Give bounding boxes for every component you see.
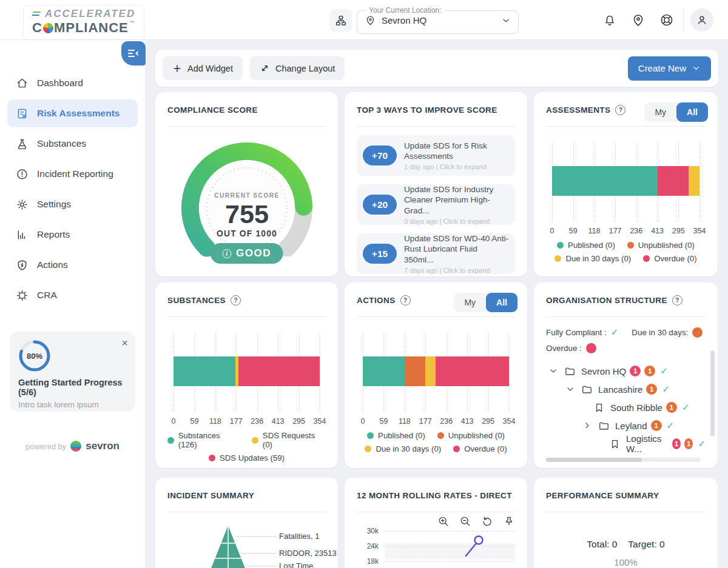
help-icon[interactable]: ?: [400, 295, 411, 306]
change-layout-button[interactable]: Change Layout: [250, 56, 345, 80]
locations-button[interactable]: [631, 13, 645, 27]
notifications-button[interactable]: [602, 13, 617, 27]
performance-summary-card: PERFORMANCE SUMMARY Total: 0 Target: 0 1…: [534, 478, 718, 568]
incident-pyramid-chart: Fatalities, 1 RIDDOR, 23513 Lost Time,: [167, 517, 326, 568]
substances-card: SUBSTANCES ? 059118177236413295354 Subst…: [155, 282, 338, 468]
help-icon[interactable]: ?: [231, 295, 241, 306]
toggle-my[interactable]: My: [644, 102, 676, 122]
bar-segment-sds-updates: [238, 356, 320, 386]
home-icon: [16, 77, 29, 90]
score-out-of: OUT OF 1000: [217, 229, 277, 238]
tree-node-south-ribble[interactable]: South Ribble 1 ✓: [546, 398, 706, 416]
progress-subtitle: Intro task lorem ipsum: [18, 400, 127, 409]
due-badge: 1: [646, 384, 657, 395]
legend-item: Substances (126): [167, 431, 240, 449]
shield-bolt-icon: [16, 259, 29, 272]
check-icon: ✓: [660, 366, 668, 376]
help-icon[interactable]: ?: [615, 105, 625, 115]
powered-by: powered by sevron: [0, 440, 145, 452]
card-title: ORGANISATION STRUCTURE: [546, 296, 667, 305]
pyramid-label: Fatalities, 1: [279, 532, 319, 541]
legend-item: Overdue (0): [453, 444, 507, 453]
performance-total: Total: 0: [587, 539, 617, 550]
actions-card: ACTIONS ? My All 059118177236413295354 P…: [345, 282, 527, 468]
improve-item[interactable]: +70 Update SDS for 5 Risk Assessments 1 …: [357, 135, 515, 176]
pin-chart-button[interactable]: [503, 515, 515, 527]
check-icon: ✓: [698, 438, 706, 449]
user-menu-button[interactable]: [690, 8, 713, 32]
divider: [357, 512, 515, 512]
reset-zoom-button[interactable]: [481, 515, 493, 527]
logo-trademark: ™: [130, 20, 135, 25]
bar-segment-overdue: [436, 356, 509, 386]
check-icon: ✓: [682, 402, 690, 413]
folder-icon: [598, 420, 610, 432]
org-structure-button[interactable]: [329, 9, 352, 32]
tree-node-logistics[interactable]: Logistics W... 1 1 ✓: [546, 435, 706, 453]
tree-node-sevron-hq[interactable]: Sevron HQ 1 1 ✓: [546, 362, 706, 380]
sidebar-item-actions[interactable]: Actions: [7, 251, 138, 279]
card-title: PERFORMANCE SUMMARY: [546, 491, 659, 500]
card-title: SUBSTANCES: [167, 296, 226, 305]
info-icon: i: [222, 249, 231, 258]
progress-ring: 80%: [18, 339, 51, 372]
bar-segment-due: [689, 166, 699, 196]
zoom-in-button[interactable]: [437, 515, 450, 527]
due-badge: 1: [666, 402, 677, 413]
check-icon: ✓: [667, 420, 675, 431]
sevron-logo-icon: [70, 441, 81, 452]
location-select[interactable]: Your Current Location: Sevron HQ: [357, 6, 519, 34]
chevron-down-icon: [692, 64, 701, 73]
x-axis: 059118177236413295354: [174, 417, 320, 427]
zoom-out-button[interactable]: [459, 515, 471, 527]
due-dot: [692, 327, 703, 338]
support-button[interactable]: [659, 13, 674, 27]
bar-chart-icon: [16, 229, 29, 241]
reset-icon: [481, 515, 493, 527]
scrollbar-thumb[interactable]: [546, 458, 642, 462]
improve-item[interactable]: +20 Update SDS for Industry Cleaner Prem…: [357, 184, 515, 225]
brand-name: sevron: [86, 440, 120, 452]
sidebar-collapse-button[interactable]: [121, 41, 146, 65]
help-icon[interactable]: ?: [672, 295, 682, 306]
bookmark-icon: [609, 438, 621, 450]
horizontal-scrollbar[interactable]: [546, 458, 701, 462]
vertical-scrollbar[interactable]: [710, 350, 715, 436]
tree-node-lancashire[interactable]: Lancashire 1 ✓: [546, 380, 706, 398]
divider: [357, 316, 515, 317]
close-icon[interactable]: ×: [121, 336, 128, 350]
toggle-all[interactable]: All: [676, 102, 708, 122]
needle-marker-icon: [463, 533, 484, 560]
sidebar-item-cra[interactable]: CRA: [7, 281, 138, 309]
sidebar-item-incident-reporting[interactable]: Incident Reporting: [7, 160, 138, 188]
chevron-right-icon[interactable]: [582, 421, 598, 430]
sidebar-item-settings[interactable]: Settings: [7, 190, 138, 218]
life-buoy-icon: [659, 13, 674, 27]
sidebar-item-risk-assessments[interactable]: Risk Assessments: [7, 99, 138, 127]
card-title: COMPLIANCE SCORE: [167, 105, 258, 115]
sidebar-item-dashboard[interactable]: Dashboard: [7, 69, 138, 97]
toggle-all[interactable]: All: [486, 293, 517, 312]
score-value: 755: [224, 199, 268, 229]
bookmark-icon: [593, 402, 605, 413]
plus-icon: [172, 64, 182, 73]
check-icon: ✓: [662, 384, 670, 395]
toggle-my[interactable]: My: [454, 293, 486, 312]
improve-item[interactable]: +15 Update SDS for WD-40 Anti-Rust Lubri…: [357, 233, 515, 274]
organisation-structure-card: ORGANISATION STRUCTURE ? Fully Compliant…: [534, 282, 718, 468]
create-new-button[interactable]: Create New: [628, 56, 711, 81]
chevron-down-icon[interactable]: [548, 366, 564, 376]
add-widget-button[interactable]: Add Widget: [163, 56, 243, 80]
rolling-rates-chart: 30k 24k 18k: [357, 527, 515, 568]
sidebar-item-reports[interactable]: Reports: [7, 221, 138, 249]
bar-segment-unpublished: [405, 356, 425, 386]
stacked-bar: [174, 356, 320, 386]
app-header: ACCELERATED CMPLIANCE ™ Your Current Loc…: [0, 0, 728, 40]
card-title: INCIDENT SUMMARY: [167, 491, 254, 500]
stacked-bar: [552, 166, 699, 196]
sidebar-item-substances[interactable]: Substances: [7, 130, 138, 158]
tree-node-leyland[interactable]: Leyland 1 ✓: [546, 416, 706, 435]
bar-segment-substances: [174, 356, 235, 386]
chevron-down-icon[interactable]: [565, 384, 581, 394]
pyramid-label: RIDDOR, 23513: [279, 549, 337, 558]
